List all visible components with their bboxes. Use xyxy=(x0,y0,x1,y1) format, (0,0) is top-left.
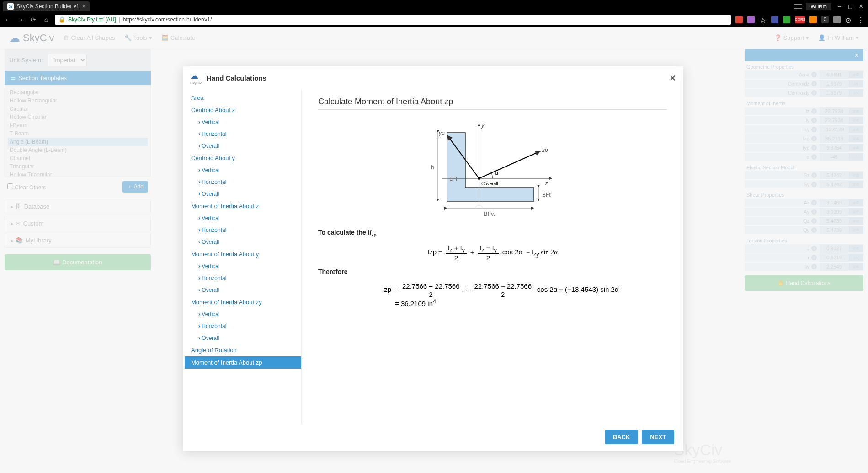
forward-icon[interactable]: → xyxy=(16,16,25,23)
toc-item[interactable]: Moment of Inertia About y xyxy=(185,248,301,260)
toc-item[interactable]: Moment of Inertia About zp xyxy=(185,356,301,369)
toc-subitem[interactable]: Horizontal xyxy=(185,272,301,284)
toc-item[interactable]: Centroid About y xyxy=(185,152,301,164)
svg-text:z: z xyxy=(545,180,548,187)
battery-icon xyxy=(794,4,802,9)
reload-icon[interactable]: ⟳ xyxy=(29,16,37,23)
svg-line-6 xyxy=(479,151,541,178)
toc-item[interactable]: Centroid About z xyxy=(185,104,301,116)
ext-icon-6 xyxy=(833,16,841,23)
toc-item[interactable]: Angle of Rotation xyxy=(185,344,301,356)
ext-badge: CORS xyxy=(795,16,805,23)
content-title: Calculate Moment of Inertia About zp xyxy=(318,97,667,110)
tab-title: SkyCiv Section Builder v1 xyxy=(16,3,79,10)
browser-toolbar: ← → ⟳ ⌂ 🔒 SkyCiv Pty Ltd [AU] | https://… xyxy=(0,13,868,27)
svg-text:zp: zp xyxy=(542,147,548,153)
home-icon[interactable]: ⌂ xyxy=(42,16,50,23)
address-bar[interactable]: 🔒 SkyCiv Pty Ltd [AU] | https://skyciv.c… xyxy=(55,15,731,25)
window-buttons[interactable]: ─ ▢ ✕ xyxy=(835,4,865,10)
ext-icon-2 xyxy=(747,16,755,23)
toc-subitem[interactable]: Overall xyxy=(185,332,301,344)
toc-subitem[interactable]: Vertical xyxy=(185,308,301,320)
ext-icon-c: C xyxy=(821,16,829,23)
back-icon[interactable]: ← xyxy=(4,16,12,23)
svg-text:h: h xyxy=(431,164,434,171)
maximize-icon: ▢ xyxy=(846,4,855,10)
modal-content: Calculate Moment of Inertia About zp y xyxy=(302,90,683,424)
toc-sidebar[interactable]: AreaCentroid About zVerticalHorizontalOv… xyxy=(183,90,302,424)
toc-subitem[interactable]: Vertical xyxy=(185,116,301,128)
toc-subitem[interactable]: Vertical xyxy=(185,164,301,176)
toc-subitem[interactable]: Vertical xyxy=(185,260,301,272)
secure-label: SkyCiv Pty Ltd [AU] xyxy=(68,16,116,23)
ext-icon-3 xyxy=(771,16,778,23)
svg-text:yp: yp xyxy=(438,130,445,136)
section-diagram: y z yp zp α Coverall xyxy=(397,119,589,220)
tab-close-icon[interactable]: × xyxy=(82,3,85,10)
minimize-icon: ─ xyxy=(835,4,844,9)
toc-item[interactable]: Area xyxy=(185,91,301,104)
formula-general: Izp = Iz + Iy2 + Iz − Iy2 cos 2α − Izy s… xyxy=(318,244,667,262)
lock-icon: 🔒 xyxy=(59,16,65,23)
svg-text:BFt: BFt xyxy=(542,192,551,198)
toc-subitem[interactable]: Overall xyxy=(185,236,301,248)
therefore-text: Therefore xyxy=(318,268,667,276)
toc-item[interactable]: Moment of Inertia About zy xyxy=(185,296,301,308)
next-button[interactable]: NEXT xyxy=(642,430,674,444)
svg-text:y: y xyxy=(481,122,485,129)
svg-text:α: α xyxy=(495,170,498,176)
hand-calculations-modal: ☁ SkyCiv Hand Calculations ✕ AreaCentroi… xyxy=(183,66,683,451)
toc-subitem[interactable]: Horizontal xyxy=(185,176,301,188)
ext-icon-4 xyxy=(783,16,790,23)
svg-text:BFw: BFw xyxy=(484,210,496,217)
svg-text:Coverall: Coverall xyxy=(481,181,498,186)
favicon: S xyxy=(7,3,14,10)
toc-subitem[interactable]: Overall xyxy=(185,284,301,296)
extension-icons[interactable]: ☆ CORS C ⊘ ⋮ xyxy=(735,16,864,23)
svg-text:LFt: LFt xyxy=(449,176,458,182)
svg-point-9 xyxy=(478,177,480,180)
formula-numeric: Izp = 22.7566 + 22.75662 + 22.7566 − 22.… xyxy=(318,282,667,308)
back-button[interactable]: BACK xyxy=(605,430,639,444)
intro-text: To calculate the IIzp xyxy=(318,229,667,237)
toc-subitem[interactable]: Horizontal xyxy=(185,320,301,332)
url-text: https://skyciv.com/section-builder/v1/ xyxy=(123,16,212,23)
toc-subitem[interactable]: Overall xyxy=(185,188,301,200)
os-user-label: William xyxy=(806,3,831,10)
toc-item[interactable]: Moment of Inertia About z xyxy=(185,200,301,212)
toc-subitem[interactable]: Horizontal xyxy=(185,224,301,236)
modal-logo-icon: ☁ xyxy=(190,71,203,81)
modal-close-icon[interactable]: ✕ xyxy=(669,73,676,83)
os-titlebar: S SkyCiv Section Builder v1 × William ─ … xyxy=(0,0,868,13)
modal-title: Hand Calculations xyxy=(207,74,266,82)
toc-subitem[interactable]: Vertical xyxy=(185,212,301,224)
ext-icon-1 xyxy=(735,16,743,23)
browser-tab[interactable]: S SkyCiv Section Builder v1 × xyxy=(3,1,90,11)
toc-subitem[interactable]: Horizontal xyxy=(185,128,301,140)
toc-subitem[interactable]: Overall xyxy=(185,140,301,152)
close-window-icon: ✕ xyxy=(856,4,865,10)
ext-icon-5 xyxy=(809,16,817,23)
